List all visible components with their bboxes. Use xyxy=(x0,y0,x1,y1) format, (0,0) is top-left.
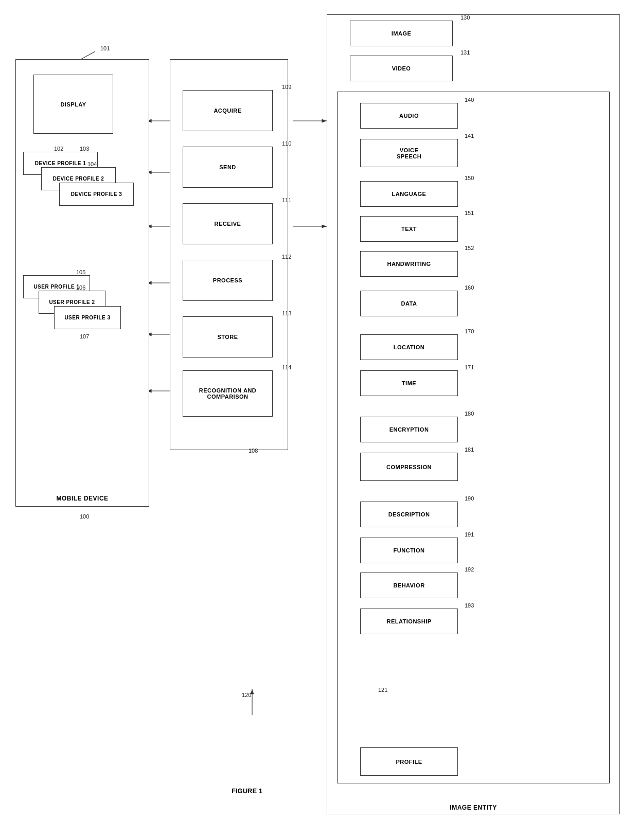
encryption-box: ENCRYPTION xyxy=(360,417,458,442)
handwriting-box: HANDWRITING xyxy=(360,251,458,277)
voice-speech-box: VOICE SPEECH xyxy=(360,139,458,167)
ref-105: 105 xyxy=(76,269,85,275)
audio-label: AUDIO xyxy=(399,113,419,119)
receive-box: RECEIVE xyxy=(183,203,273,244)
ref-190: 190 xyxy=(465,495,474,502)
relationship-box: RELATIONSHIP xyxy=(360,609,458,634)
time-box: TIME xyxy=(360,370,458,396)
ref-130: 130 xyxy=(460,14,470,21)
ref-109: 109 xyxy=(282,84,291,90)
figure-label: FIGURE 1 xyxy=(196,787,298,795)
recognition-label: RECOGNITION AND COMPARISON xyxy=(199,387,257,400)
process-box: PROCESS xyxy=(183,260,273,301)
language-label: LANGUAGE xyxy=(392,191,427,197)
ref-103: 103 xyxy=(80,146,89,152)
user-profile-1-label: USER PROFILE 1 xyxy=(33,284,79,290)
ref-150: 150 xyxy=(465,175,474,181)
ref-113: 113 xyxy=(282,310,291,316)
encryption-label: ENCRYPTION xyxy=(389,426,429,433)
ref-141: 141 xyxy=(465,133,474,139)
ref-100: 100 xyxy=(80,513,89,520)
ref-112: 112 xyxy=(282,254,291,260)
compression-label: COMPRESSION xyxy=(386,464,432,470)
ref-140: 140 xyxy=(465,97,474,103)
description-label: DESCRIPTION xyxy=(388,511,430,517)
voice-speech-label: VOICE SPEECH xyxy=(397,147,421,159)
user-profile-3-box: USER PROFILE 3 xyxy=(54,306,121,329)
process-label: PROCESS xyxy=(213,277,242,283)
ref-106: 106 xyxy=(76,284,85,291)
image-label: IMAGE xyxy=(392,30,412,37)
text-label: TEXT xyxy=(401,226,417,232)
display-label: DISPLAY xyxy=(60,101,86,108)
send-label: SEND xyxy=(219,164,236,170)
ref-102: 102 xyxy=(54,146,63,152)
ref-104: 104 xyxy=(87,161,97,167)
video-box: VIDEO xyxy=(350,56,453,81)
receive-label: RECEIVE xyxy=(215,221,241,227)
device-profile-1-label: DEVICE PROFILE 1 xyxy=(35,160,86,166)
behavior-box: BEHAVIOR xyxy=(360,573,458,598)
device-profile-2-label: DEVICE PROFILE 2 xyxy=(53,176,104,182)
send-box: SEND xyxy=(183,147,273,188)
time-label: TIME xyxy=(402,380,416,386)
ref-181: 181 xyxy=(465,446,474,453)
profile-box: PROFILE xyxy=(360,747,458,776)
ref-101: 101 xyxy=(100,45,110,51)
ref-120: 120 xyxy=(242,692,251,698)
ref-110: 110 xyxy=(282,140,291,147)
ref-131: 131 xyxy=(460,49,470,56)
function-label: FUNCTION xyxy=(394,547,425,553)
location-label: LOCATION xyxy=(394,344,425,350)
ref-107: 107 xyxy=(80,333,89,339)
ref-191: 191 xyxy=(465,531,474,538)
ref-114: 114 xyxy=(282,364,291,370)
text-box: TEXT xyxy=(360,216,458,242)
store-box: STORE xyxy=(183,316,273,358)
diagram-container: MOBILE DEVICE 100 101 DISPLAY DEVICE PRO… xyxy=(0,0,638,840)
description-box: DESCRIPTION xyxy=(360,502,458,527)
device-profile-3-label: DEVICE PROFILE 3 xyxy=(71,191,122,197)
video-label: VIDEO xyxy=(392,65,411,72)
ref-108: 108 xyxy=(249,448,258,454)
compression-box: COMPRESSION xyxy=(360,453,458,481)
data-label: DATA xyxy=(401,300,417,307)
behavior-label: BEHAVIOR xyxy=(393,582,424,588)
store-label: STORE xyxy=(217,334,238,340)
function-box: FUNCTION xyxy=(360,538,458,563)
acquire-label: ACQUIRE xyxy=(214,108,241,114)
location-box: LOCATION xyxy=(360,334,458,360)
display-box: DISPLAY xyxy=(33,75,113,134)
language-box: LANGUAGE xyxy=(360,181,458,207)
ref-171: 171 xyxy=(465,364,474,370)
ref-111: 111 xyxy=(282,197,291,203)
ref-170: 170 xyxy=(465,328,474,334)
data-box: DATA xyxy=(360,291,458,316)
ref-121: 121 xyxy=(378,687,387,693)
ref-160: 160 xyxy=(465,284,474,291)
acquire-box: ACQUIRE xyxy=(183,90,273,131)
mobile-device-label: MOBILE DEVICE xyxy=(56,495,108,502)
image-entity-label: IMAGE ENTITY xyxy=(450,804,497,811)
profile-label: PROFILE xyxy=(396,759,422,765)
handwriting-label: HANDWRITING xyxy=(387,261,431,267)
device-profile-3-box: DEVICE PROFILE 3 xyxy=(59,183,134,206)
recognition-box: RECOGNITION AND COMPARISON xyxy=(183,370,273,417)
ref-151: 151 xyxy=(465,210,474,216)
user-profile-2-label: USER PROFILE 2 xyxy=(49,299,95,305)
audio-box: AUDIO xyxy=(360,103,458,129)
ref-192: 192 xyxy=(465,566,474,573)
image-box: IMAGE xyxy=(350,21,453,46)
ref-193: 193 xyxy=(465,602,474,609)
ref-180: 180 xyxy=(465,410,474,417)
user-profile-3-label: USER PROFILE 3 xyxy=(64,315,110,320)
ref-152: 152 xyxy=(465,245,474,251)
relationship-label: RELATIONSHIP xyxy=(386,618,431,624)
